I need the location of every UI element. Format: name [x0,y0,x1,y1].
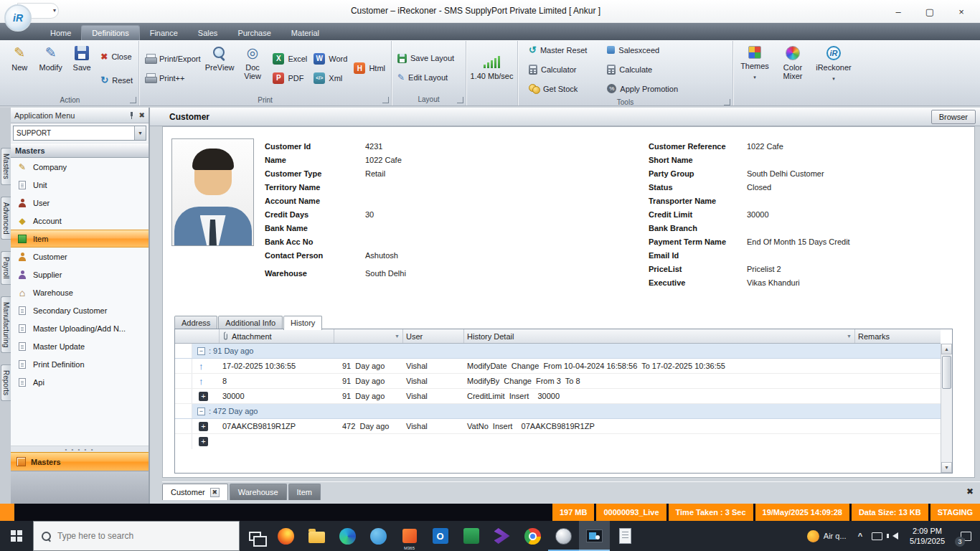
field-value[interactable]: 30000 [747,210,769,219]
modify-button[interactable]: ✎Modify [36,42,65,94]
history-row[interactable]: + 30000 91 Day ago Vishal CreditLimit In… [175,389,941,404]
field-value[interactable]: 1022 Cafe [747,142,783,151]
ribbon-tab-material[interactable]: Material [281,26,329,40]
field-value[interactable]: Vikas Khanduri [747,278,800,287]
app-orb-logo[interactable]: iR [4,4,32,32]
sidebar-item-print-definition[interactable]: Print Definition [11,355,149,373]
dropdown-caret-icon[interactable]: ▼ [134,126,146,140]
maximize-button[interactable]: ▢ [914,1,946,22]
field-value[interactable]: 30 [365,210,374,219]
doc-tab-item[interactable]: Item [288,484,321,500]
sidebar-close-icon[interactable]: ✖ [139,112,145,119]
minimize-button[interactable]: – [882,1,914,22]
salesxceed-button[interactable]: Salesxceed [605,42,680,57]
tray-chevron-icon[interactable]: ^ [853,532,867,540]
tools-dialog-launcher[interactable] [724,99,730,105]
taskbar-icon-edge[interactable] [332,521,363,551]
vtab-payroll[interactable]: Payroll [1,251,11,285]
grid-col-history-detail[interactable]: History Detail▼ [464,329,855,343]
grid-col-indicator[interactable] [175,329,220,343]
sidebar-item-item[interactable]: Item [11,230,149,248]
vtab-manufacturing[interactable]: Manufacturing [1,296,11,353]
edit-layout-button[interactable]: ✎Edit Layout [395,70,456,85]
html-button[interactable]: HHtml [352,61,387,76]
taskbar-icon-visual-studio[interactable] [486,521,517,551]
scroll-down-icon[interactable]: ▼ [941,462,952,473]
taskbar-icon-sphere-app[interactable] [548,521,579,551]
taskbar-icon-firefox[interactable] [270,521,301,551]
sidebar-item-customer[interactable]: Customer [11,248,149,265]
search-input[interactable] [57,531,222,541]
collapse-icon[interactable]: − [197,347,205,355]
taskbar-icon-chrome[interactable] [517,521,548,551]
grid-col-remarks[interactable]: Remarks [855,329,941,343]
scroll-up-icon[interactable]: ▲ [941,344,952,354]
start-button[interactable] [0,521,33,551]
taskbar-icon-active-app[interactable] [579,521,610,551]
save-button[interactable]: Save [67,42,96,94]
sidebar-splitter[interactable]: • • • • • [11,446,149,452]
vtab-advanced[interactable]: Advanced [1,197,11,240]
task-view-button[interactable] [240,521,270,551]
word-button[interactable]: WWord [311,51,349,66]
get-stock-button[interactable]: Get Stock [527,81,589,96]
tab-additional-info[interactable]: Additional Info [218,316,283,329]
filter-icon[interactable]: ▼ [395,334,400,339]
masters-nav-button[interactable]: Masters [11,452,149,471]
taskbar-search[interactable] [33,521,240,551]
sidebar-item-api[interactable]: Api [11,373,149,391]
filter-icon[interactable]: ▼ [847,334,852,339]
history-row[interactable]: ↑ 17-02-2025 10:36:55 91 Day ago Vishal … [175,359,941,374]
layout-dialog-launcher[interactable] [457,97,463,103]
quick-access-caret-icon[interactable]: ▾ [53,7,56,14]
scrollbar-thumb[interactable] [942,356,951,389]
history-row-partial[interactable]: + [175,434,941,449]
xml-button[interactable]: </>Xml [311,70,349,85]
sidebar-item-supplier[interactable]: Supplier [11,265,149,283]
grid-col-user[interactable]: User [403,329,464,343]
sidebar-item-master-uploading[interactable]: Master Uploading/Add N... [11,319,149,337]
sidebar-item-user[interactable]: User [11,194,149,212]
action-dialog-launcher[interactable] [130,97,136,103]
themes-button[interactable]: Themes▾ [737,42,773,101]
collapse-icon[interactable]: − [197,408,205,415]
browser-button[interactable]: Browser [931,110,976,124]
field-value[interactable]: South Delhi [365,269,406,278]
print-export-button[interactable]: Print/Export [143,51,202,66]
sidebar-item-company[interactable]: ✎Company [11,158,149,176]
field-value[interactable]: Pricelist 2 [747,265,781,273]
group-row-472-days[interactable]: −: 472 Day ago [175,404,941,419]
vtab-reports[interactable]: Reports [1,364,11,401]
taskbar-clock[interactable]: 2:09 PM 5/19/2025 [903,526,951,546]
tab-address[interactable]: Address [174,316,217,329]
close-window-button[interactable]: × [946,1,977,22]
print-plus-button[interactable]: Print++ [143,70,202,85]
taskbar-icon-outlook[interactable]: O [425,521,456,551]
field-value[interactable]: Closed [747,183,771,192]
ribbon-tab-purchase[interactable]: Purchase [227,26,281,40]
vtab-masters[interactable]: Masters [1,148,11,185]
save-layout-button[interactable]: Save Layout [395,51,456,66]
ireckoner-button[interactable]: iRiReckoner▾ [813,42,854,101]
color-mixer-button[interactable]: Color Mixer [775,42,811,101]
field-value[interactable]: South Delhi Customer [747,169,824,178]
support-dropdown[interactable]: SUPPORT ▼ [13,126,146,141]
tabstrip-close-icon[interactable]: ✖ [966,486,974,496]
doc-tab-warehouse[interactable]: Warehouse [230,484,287,500]
taskbar-icon-m365[interactable]: M365 [394,521,425,551]
master-reset-button[interactable]: ↺Master Reset [527,42,589,57]
group-row-91-days[interactable]: −: 91 Day ago [175,344,941,359]
doc-view-button[interactable]: ◎Doc View [237,42,269,94]
excel-button[interactable]: XExcel [270,51,309,66]
display-tray-icon[interactable] [872,532,882,540]
ribbon-tab-home[interactable]: Home [40,26,81,40]
sidebar-item-account[interactable]: ◆Account [11,212,149,230]
history-row[interactable]: ↑ 8 91 Day ago Vishal ModifyBy Change Fr… [175,374,941,389]
sidebar-item-unit[interactable]: Unit [11,176,149,194]
sidebar-item-warehouse[interactable]: ⌂Warehouse [11,283,149,301]
reset-button[interactable]: ↻Reset [98,72,135,88]
tab-close-icon[interactable]: ✖ [210,488,220,497]
taskbar-icon-green-app[interactable] [456,521,486,551]
history-row[interactable]: + 07AAKCB9819R1ZP 472 Day ago Vishal Vat… [175,419,941,434]
pdf-button[interactable]: PPDF [270,70,309,85]
